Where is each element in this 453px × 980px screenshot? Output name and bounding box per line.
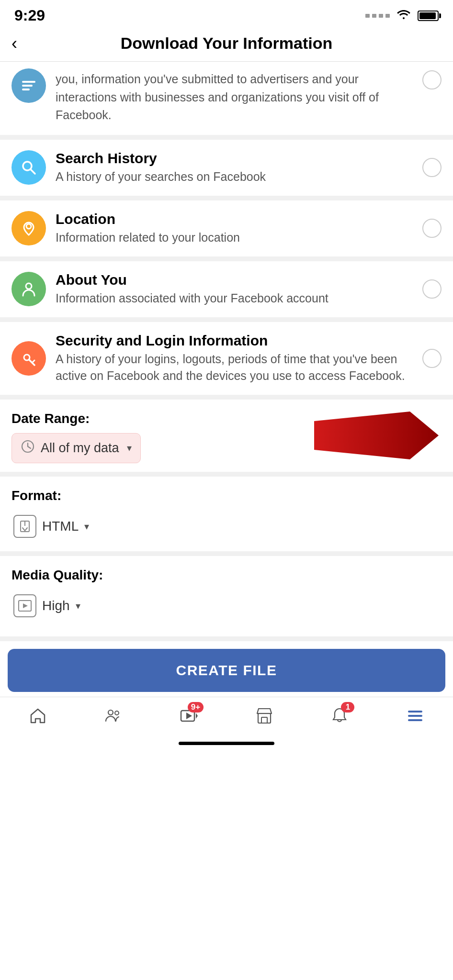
svg-line-9 (33, 360, 34, 362)
section-divider-1 (0, 135, 453, 140)
svg-marker-21 (196, 713, 198, 719)
security-desc: A history of your logins, logouts, perio… (56, 351, 413, 384)
date-range-section: Date Range: All of my data ▾ (0, 400, 453, 472)
search-history-title: Search History (56, 150, 413, 167)
partial-item-text: you, information you've submitted to adv… (56, 68, 413, 124)
wifi-icon (396, 8, 411, 23)
status-time: 9:29 (14, 7, 45, 24)
create-file-button[interactable]: CREATE FILE (8, 649, 445, 692)
search-history-desc: A history of your searches on Facebook (56, 168, 413, 185)
svg-point-18 (108, 710, 113, 715)
svg-line-4 (31, 169, 35, 174)
partial-item-icon (11, 68, 46, 103)
format-icon (13, 515, 36, 538)
nav-item-menu[interactable] (399, 704, 431, 732)
svg-rect-28 (408, 719, 422, 721)
svg-marker-17 (23, 603, 28, 608)
nav-item-home[interactable] (22, 704, 54, 732)
search-history-content: Search History A history of your searche… (56, 150, 413, 185)
partial-list-item: you, information you've submitted to adv… (0, 62, 453, 135)
about-you-title: About You (56, 272, 413, 288)
format-arrow-icon: ▾ (84, 521, 89, 532)
list-item-location: Location Information related to your loc… (0, 200, 453, 256)
svg-marker-22 (186, 713, 192, 719)
svg-rect-2 (22, 89, 30, 90)
svg-line-12 (28, 446, 31, 448)
marketplace-icon (255, 707, 273, 729)
about-you-radio[interactable] (422, 279, 442, 299)
security-radio[interactable] (422, 349, 442, 368)
section-divider-4 (0, 317, 453, 322)
location-desc: Information related to your location (56, 229, 413, 246)
media-quality-dropdown[interactable]: High ▾ (11, 590, 82, 622)
date-range-label: Date Range: (11, 411, 442, 426)
svg-rect-27 (408, 715, 422, 717)
location-icon (11, 211, 46, 245)
svg-point-5 (26, 224, 31, 229)
list-item-search-history: Search History A history of your searche… (0, 140, 453, 196)
format-dropdown[interactable]: HTML ▾ (11, 510, 91, 543)
location-radio[interactable] (422, 219, 442, 238)
security-content: Security and Login Information A history… (56, 333, 413, 384)
nav-item-marketplace[interactable] (249, 704, 280, 732)
svg-rect-26 (408, 711, 422, 713)
media-quality-value: High (42, 598, 70, 613)
about-you-icon (11, 272, 46, 306)
svg-rect-1 (22, 85, 33, 87)
date-range-dropdown[interactable]: All of my data ▾ (11, 433, 141, 463)
search-history-radio[interactable] (422, 158, 442, 177)
location-title: Location (56, 211, 413, 227)
nav-item-notifications[interactable]: 1 (324, 704, 355, 732)
friends-icon (104, 707, 122, 729)
nav-item-watch[interactable]: 9+ (173, 704, 204, 732)
menu-icon (406, 707, 424, 729)
notifications-badge: 1 (341, 702, 354, 713)
clock-icon (21, 439, 35, 457)
format-section: Format: HTML ▾ (0, 477, 453, 551)
format-label: Format: (11, 488, 442, 503)
home-icon (29, 707, 47, 729)
header: ‹ Download Your Information (0, 29, 453, 61)
status-icons (365, 8, 439, 23)
svg-point-6 (26, 283, 32, 289)
battery-icon (418, 11, 439, 21)
svg-point-19 (115, 711, 119, 715)
media-quality-arrow-icon: ▾ (76, 600, 80, 612)
section-divider-2 (0, 196, 453, 200)
section-divider-5 (0, 395, 453, 400)
date-range-value: All of my data (41, 441, 119, 456)
security-title: Security and Login Information (56, 333, 413, 349)
location-content: Location Information related to your loc… (56, 211, 413, 246)
section-divider-3 (0, 256, 453, 261)
svg-rect-23 (258, 713, 271, 723)
nav-item-friends[interactable] (97, 704, 129, 732)
back-button[interactable]: ‹ (11, 33, 17, 54)
page-title: Download Your Information (121, 34, 333, 53)
signal-icon (365, 14, 390, 18)
media-quality-section: Media Quality: High ▾ (0, 556, 453, 636)
svg-rect-0 (22, 81, 35, 83)
svg-rect-25 (261, 717, 267, 723)
list-item-security: Security and Login Information A history… (0, 322, 453, 395)
section-divider-7 (0, 551, 453, 556)
watch-badge: 9+ (188, 702, 204, 713)
partial-item-radio[interactable] (422, 70, 442, 89)
home-indicator (179, 742, 274, 745)
date-range-arrow: ▾ (127, 442, 132, 454)
list-item-about-you: About You Information associated with yo… (0, 261, 453, 317)
section-divider-8 (0, 636, 453, 641)
search-history-icon (11, 150, 46, 185)
format-value: HTML (42, 519, 79, 534)
about-you-desc: Information associated with your Faceboo… (56, 290, 413, 307)
media-icon (13, 594, 36, 617)
bottom-nav: 9+ 1 (0, 697, 453, 737)
about-you-content: About You Information associated with yo… (56, 272, 413, 307)
section-divider-6 (0, 472, 453, 477)
status-bar: 9:29 (0, 0, 453, 29)
security-icon (11, 341, 46, 376)
media-quality-label: Media Quality: (11, 568, 442, 583)
